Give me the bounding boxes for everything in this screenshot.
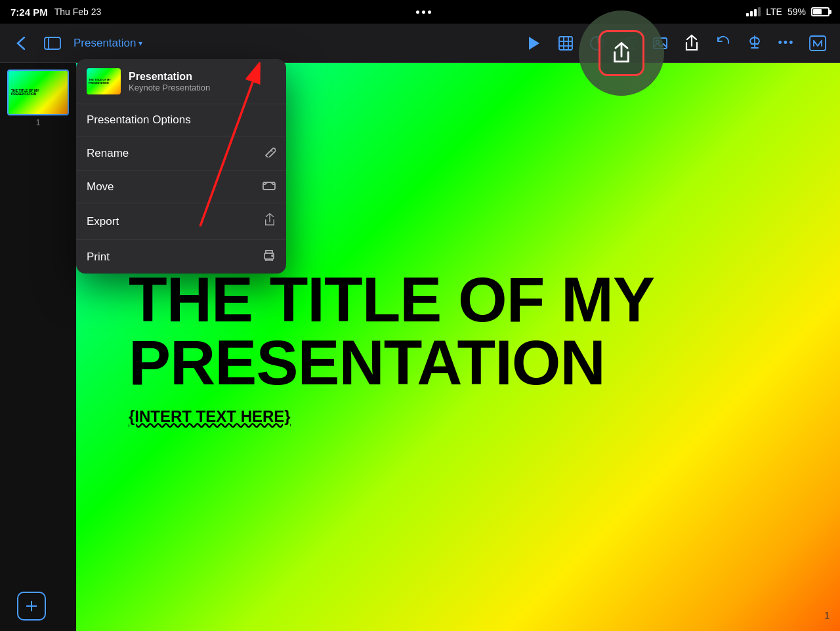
signal-bar-1 bbox=[746, 13, 749, 16]
signal-bar-3 bbox=[754, 9, 757, 16]
table-button[interactable] bbox=[551, 29, 580, 58]
carrier-label: LTE bbox=[766, 7, 782, 17]
doc-info-title: Presentation bbox=[129, 71, 210, 83]
doc-info-subtitle: Keynote Presentation bbox=[129, 83, 210, 92]
signal-bar-2 bbox=[750, 11, 753, 16]
undo-button[interactable] bbox=[709, 29, 738, 58]
toolbar-right: ••• bbox=[520, 29, 832, 58]
status-right: LTE 59% bbox=[746, 7, 830, 17]
menu-item-presentation-options[interactable]: Presentation Options bbox=[76, 104, 286, 136]
signal-bars bbox=[746, 7, 761, 16]
move-icon bbox=[262, 180, 276, 193]
menu-item-export[interactable]: Export bbox=[76, 203, 286, 240]
svg-marker-2 bbox=[529, 37, 539, 50]
chevron-down-icon: ▾ bbox=[138, 39, 142, 48]
share-button-highlight-box bbox=[598, 30, 644, 76]
doc-thumb-text: THE TITLE OF MY PRESENTATION bbox=[89, 78, 119, 85]
status-time: 7:24 PM bbox=[10, 7, 48, 18]
share-icon-highlighted bbox=[611, 41, 632, 65]
svg-line-18 bbox=[271, 150, 272, 152]
battery-percent: 59% bbox=[788, 7, 806, 17]
battery-icon bbox=[811, 7, 830, 16]
slide-number: 1 bbox=[36, 118, 41, 127]
svg-rect-13 bbox=[810, 36, 826, 51]
menu-label-presentation-options: Presentation Options bbox=[87, 113, 191, 127]
battery-fill bbox=[813, 9, 822, 14]
svg-rect-3 bbox=[559, 37, 572, 50]
slide-title-line2: PRESENTATION bbox=[129, 327, 605, 397]
status-time-date: 7:24 PM Thu Feb 23 bbox=[10, 7, 101, 18]
back-button[interactable] bbox=[8, 30, 34, 56]
menu-item-rename[interactable]: Rename bbox=[76, 136, 286, 171]
svg-rect-0 bbox=[45, 37, 60, 49]
menu-item-move[interactable]: Move bbox=[76, 171, 286, 203]
menu-item-print[interactable]: Print bbox=[76, 240, 286, 274]
share-button-highlight bbox=[579, 10, 664, 96]
dropdown-header: THE TITLE OF MY PRESENTATION Presentatio… bbox=[76, 59, 286, 104]
dropdown-menu: THE TITLE OF MY PRESENTATION Presentatio… bbox=[76, 59, 286, 274]
slide-page-number: 1 bbox=[824, 610, 830, 621]
export-icon bbox=[264, 213, 276, 230]
share-button[interactable] bbox=[677, 29, 706, 58]
dot2 bbox=[422, 10, 425, 14]
slide-title-line1: THE TITLE OF MY bbox=[129, 264, 654, 335]
status-date: Thu Feb 23 bbox=[54, 7, 102, 17]
document-thumbnail: THE TITLE OF MY PRESENTATION bbox=[87, 68, 121, 94]
format-button[interactable] bbox=[803, 29, 832, 58]
menu-label-move: Move bbox=[87, 180, 114, 193]
toolbar: Presentation ▾ bbox=[0, 24, 840, 63]
menu-label-rename: Rename bbox=[87, 147, 129, 160]
rename-icon bbox=[264, 146, 276, 161]
add-slide-button[interactable] bbox=[17, 592, 46, 621]
slide-thumbnail-1[interactable]: THE TITLE OF MY PRESENTATION bbox=[7, 70, 69, 115]
slide-thumb-inner: THE TITLE OF MY PRESENTATION bbox=[9, 71, 68, 114]
doc-info: Presentation Keynote Presentation bbox=[129, 71, 210, 92]
status-bar: 7:24 PM Thu Feb 23 LTE 59% bbox=[0, 0, 840, 24]
slide-thumb-title: THE TITLE OF MY PRESENTATION bbox=[11, 89, 65, 96]
slide-panel: THE TITLE OF MY PRESENTATION 1 bbox=[0, 63, 76, 631]
slide-subtitle: {INTERT TEXT HERE} bbox=[129, 407, 788, 426]
status-center-dots bbox=[416, 10, 431, 14]
panel-toggle-button[interactable] bbox=[39, 30, 66, 56]
menu-label-export: Export bbox=[87, 215, 119, 228]
document-title[interactable]: Presentation ▾ bbox=[74, 37, 142, 50]
more-button[interactable]: ••• bbox=[772, 29, 801, 58]
print-icon bbox=[262, 249, 276, 264]
signal-bar-4 bbox=[758, 7, 761, 16]
dot1 bbox=[416, 10, 419, 14]
dot3 bbox=[428, 10, 431, 14]
slide-title: THE TITLE OF MY PRESENTATION bbox=[129, 268, 788, 394]
svg-rect-19 bbox=[263, 182, 275, 190]
document-title-text: Presentation bbox=[74, 37, 136, 50]
pin-button[interactable] bbox=[740, 29, 769, 58]
svg-point-21 bbox=[272, 255, 273, 256]
menu-label-print: Print bbox=[87, 251, 110, 264]
play-button[interactable] bbox=[520, 29, 549, 58]
